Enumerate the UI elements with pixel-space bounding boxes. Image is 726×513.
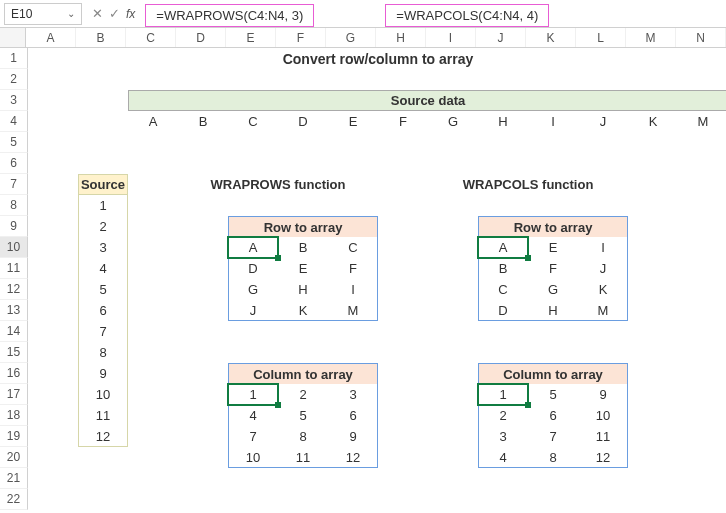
column-header[interactable]: I <box>426 28 476 47</box>
spreadsheet-grid[interactable]: ABCDEFGHIJKLMN 1234567891011121314151617… <box>0 28 726 513</box>
row-header[interactable]: 18 <box>0 405 28 426</box>
row-header[interactable]: 16 <box>0 363 28 384</box>
column-header[interactable]: N <box>676 28 726 47</box>
fill-handle[interactable] <box>525 255 531 261</box>
row-header[interactable]: 21 <box>0 468 28 489</box>
cancel-icon[interactable]: ✕ <box>92 6 103 21</box>
column-header[interactable]: K <box>526 28 576 47</box>
row-header[interactable]: 9 <box>0 216 28 237</box>
fill-handle[interactable] <box>275 255 281 261</box>
row-header[interactable]: 14 <box>0 321 28 342</box>
source-row-cell[interactable]: F <box>378 111 428 132</box>
fx-icon[interactable]: fx <box>126 7 135 21</box>
source-row-cell[interactable]: K <box>628 111 678 132</box>
row-header[interactable]: 3 <box>0 90 28 111</box>
source-row-cell[interactable]: B <box>178 111 228 132</box>
column-header[interactable]: B <box>76 28 126 47</box>
source-col-cell[interactable]: 8 <box>78 342 128 363</box>
source-col-cell[interactable]: 4 <box>78 258 128 279</box>
name-box-value: E10 <box>11 7 32 21</box>
fill-handle[interactable] <box>525 402 531 408</box>
source-row-cell[interactable]: H <box>478 111 528 132</box>
row-header[interactable]: 19 <box>0 426 28 447</box>
row-header[interactable]: 5 <box>0 132 28 153</box>
select-all-corner[interactable] <box>0 28 26 47</box>
column-header[interactable]: A <box>26 28 76 47</box>
source-row-cell[interactable]: I <box>528 111 578 132</box>
row-header[interactable]: 1 <box>0 48 28 69</box>
source-row-cell[interactable]: C <box>228 111 278 132</box>
active-cell[interactable] <box>478 384 528 405</box>
source-col-cell[interactable]: 5 <box>78 279 128 300</box>
source-col-cell[interactable]: 1 <box>78 195 128 216</box>
column-header[interactable]: G <box>326 28 376 47</box>
source-row-cell[interactable]: G <box>428 111 478 132</box>
row-headers: 12345678910111213141516171819202122 <box>0 48 28 513</box>
row-header[interactable]: 20 <box>0 447 28 468</box>
row-header[interactable]: 6 <box>0 153 28 174</box>
fx-buttons: ✕ ✓ fx <box>86 6 141 21</box>
formula-input[interactable]: =WRAPROWS(C4:N4, 3) =WRAPCOLS(C4:N4, 4) <box>145 3 722 25</box>
row-header[interactable]: 13 <box>0 300 28 321</box>
row-header[interactable]: 7 <box>0 174 28 195</box>
column-header[interactable]: L <box>576 28 626 47</box>
source-col-cell[interactable]: 10 <box>78 384 128 405</box>
row-header[interactable]: 12 <box>0 279 28 300</box>
active-cell[interactable] <box>478 237 528 258</box>
source-col-cell[interactable]: 6 <box>78 300 128 321</box>
source-row-cell[interactable]: A <box>128 111 178 132</box>
column-header[interactable]: F <box>276 28 326 47</box>
column-header[interactable]: J <box>476 28 526 47</box>
column-header[interactable]: E <box>226 28 276 47</box>
formula-callout-1: =WRAPROWS(C4:N4, 3) <box>145 4 314 27</box>
source-col-cell[interactable]: 11 <box>78 405 128 426</box>
row-header[interactable]: 22 <box>0 489 28 510</box>
column-header[interactable]: C <box>126 28 176 47</box>
active-cell[interactable] <box>228 384 278 405</box>
row-header[interactable]: 8 <box>0 195 28 216</box>
wraprows-title: WRAPROWS function <box>178 174 378 195</box>
row-header[interactable]: 2 <box>0 69 28 90</box>
row-header[interactable]: 17 <box>0 384 28 405</box>
row-header[interactable]: 10 <box>0 237 28 258</box>
wrapcols-row-header: Row to array <box>478 216 628 237</box>
wrapcols-col-header: Column to array <box>478 363 628 384</box>
row-header[interactable]: 15 <box>0 342 28 363</box>
sheet-area[interactable]: Convert row/column to arraySource dataAB… <box>28 48 726 513</box>
accept-icon[interactable]: ✓ <box>109 6 120 21</box>
source-data-header: Source data <box>128 90 726 111</box>
source-col-cell[interactable]: 9 <box>78 363 128 384</box>
wraprows-col-header: Column to array <box>228 363 378 384</box>
source-row-cell[interactable]: D <box>278 111 328 132</box>
source-row-cell[interactable]: J <box>578 111 628 132</box>
source-row-cell[interactable]: M <box>678 111 726 132</box>
formula-callout-2: =WRAPCOLS(C4:N4, 4) <box>385 4 549 27</box>
wrapcols-title: WRAPCOLS function <box>428 174 628 195</box>
row-header[interactable]: 4 <box>0 111 28 132</box>
active-cell[interactable] <box>228 237 278 258</box>
source-row-cell[interactable]: E <box>328 111 378 132</box>
column-headers: ABCDEFGHIJKLMN <box>0 28 726 48</box>
source-col-cell[interactable]: 2 <box>78 216 128 237</box>
source-col-header: Source <box>78 174 128 195</box>
page-title: Convert row/column to array <box>28 48 726 69</box>
column-header[interactable]: D <box>176 28 226 47</box>
row-header[interactable]: 11 <box>0 258 28 279</box>
chevron-down-icon[interactable]: ⌄ <box>67 8 75 19</box>
source-col-cell[interactable]: 12 <box>78 426 128 447</box>
fill-handle[interactable] <box>275 402 281 408</box>
formula-bar: E10 ⌄ ✕ ✓ fx =WRAPROWS(C4:N4, 3) =WRAPCO… <box>0 0 726 28</box>
source-col-cell[interactable]: 7 <box>78 321 128 342</box>
source-col-cell[interactable]: 3 <box>78 237 128 258</box>
column-header[interactable]: H <box>376 28 426 47</box>
column-header[interactable]: M <box>626 28 676 47</box>
wraprows-row-header: Row to array <box>228 216 378 237</box>
name-box[interactable]: E10 ⌄ <box>4 3 82 25</box>
